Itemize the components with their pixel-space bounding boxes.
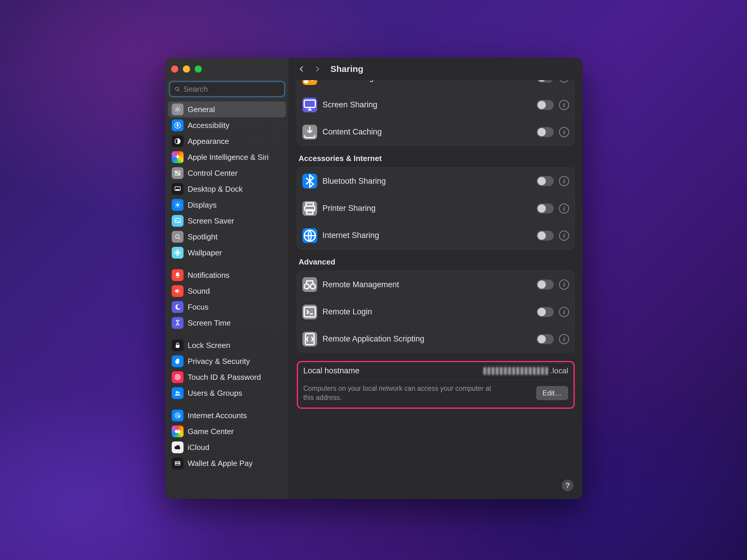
row-remote-management[interactable]: Remote Management i bbox=[297, 271, 574, 298]
row-content-caching[interactable]: Content Caching i bbox=[297, 118, 574, 145]
toggle-remote-management[interactable] bbox=[537, 279, 554, 290]
appearance-icon-badge bbox=[172, 135, 183, 147]
appearance-icon bbox=[174, 138, 181, 145]
sidebar-item-notifications[interactable]: Notifications bbox=[168, 267, 286, 283]
row-label: Printer Sharing bbox=[323, 204, 531, 213]
maximize-button[interactable] bbox=[195, 65, 202, 73]
close-button[interactable] bbox=[171, 65, 178, 73]
sidebar-item-screen-time[interactable]: Screen Time bbox=[168, 315, 286, 331]
sidebar-item-icloud[interactable]: iCloud bbox=[168, 439, 286, 455]
info-button[interactable]: i bbox=[559, 127, 569, 137]
chevron-right-icon bbox=[314, 65, 321, 73]
row-label: Internet Sharing bbox=[323, 231, 531, 240]
sidebar-item-screen-saver[interactable]: Screen Saver bbox=[168, 213, 286, 229]
fingerprint-icon bbox=[174, 374, 181, 381]
local-hostname-card: Local hostname .local Computers on your … bbox=[297, 361, 575, 409]
row-label: Remote Login bbox=[323, 307, 531, 316]
search-input[interactable] bbox=[183, 85, 280, 94]
sidebar-item-spotlight[interactable]: Spotlight bbox=[168, 229, 286, 245]
info-button[interactable]: i bbox=[559, 204, 569, 213]
info-button[interactable]: i bbox=[559, 307, 569, 317]
row-label: Remote Management bbox=[323, 280, 531, 289]
main-pane: Sharing Media Sharing i Screen Sharing i… bbox=[289, 58, 583, 499]
sidebar-nav: General Accessibility Appearance Apple I… bbox=[165, 100, 289, 499]
sidebar-item-label: Notifications bbox=[188, 271, 230, 280]
dock-icon bbox=[174, 186, 181, 192]
game-icon bbox=[174, 428, 181, 435]
toggle-remote-scripting[interactable] bbox=[537, 334, 554, 344]
info-button[interactable]: i bbox=[559, 279, 569, 290]
sidebar-item-wallet[interactable]: Wallet & Apple Pay bbox=[168, 455, 286, 471]
info-button[interactable]: i bbox=[559, 334, 569, 344]
bell-icon bbox=[174, 272, 181, 279]
moon-icon-badge bbox=[172, 301, 183, 313]
row-printer-sharing[interactable]: Printer Sharing i bbox=[297, 195, 574, 222]
search-icon-badge bbox=[172, 231, 183, 243]
toggle-screen-sharing[interactable] bbox=[537, 100, 554, 110]
sidebar-item-users-groups[interactable]: Users & Groups bbox=[168, 385, 286, 401]
bell-icon-badge bbox=[172, 269, 183, 281]
sidebar-item-displays[interactable]: Displays bbox=[168, 197, 286, 213]
info-button[interactable]: i bbox=[559, 231, 569, 241]
music-icon-badge bbox=[302, 80, 317, 85]
back-button[interactable] bbox=[297, 64, 306, 74]
sidebar-item-privacy-security[interactable]: Privacy & Security bbox=[168, 353, 286, 369]
forward-button[interactable] bbox=[313, 64, 322, 74]
sidebar-item-label: Accessibility bbox=[188, 121, 230, 130]
sidebar-item-general[interactable]: General bbox=[168, 102, 286, 117]
sidebar-item-control-center[interactable]: Control Center bbox=[168, 165, 286, 181]
row-bluetooth-sharing[interactable]: Bluetooth Sharing i bbox=[297, 167, 574, 195]
row-internet-sharing[interactable]: Internet Sharing i bbox=[297, 222, 574, 249]
sidebar-item-sound[interactable]: Sound bbox=[168, 283, 286, 299]
sidebar-item-internet-accounts[interactable]: Internet Accounts bbox=[168, 407, 286, 424]
sidebar-item-label: Sound bbox=[188, 287, 210, 296]
sidebar-item-lock-screen[interactable]: Lock Screen bbox=[168, 337, 286, 353]
screensaver-icon bbox=[174, 217, 181, 224]
toggle-internet-sharing[interactable] bbox=[537, 231, 554, 241]
sidebar-item-apple-intelligence[interactable]: Apple Intelligence & Siri bbox=[168, 149, 286, 165]
row-label: Content Caching bbox=[323, 127, 531, 136]
switches-icon bbox=[174, 169, 181, 177]
chevron-left-icon bbox=[298, 65, 305, 73]
sidebar-item-desktop-dock[interactable]: Desktop & Dock bbox=[168, 181, 286, 197]
display-icon bbox=[302, 98, 317, 112]
lock-icon-badge bbox=[172, 340, 183, 351]
sidebar-item-focus[interactable]: Focus bbox=[168, 299, 286, 315]
cloud-icon bbox=[174, 444, 181, 451]
help-button[interactable]: ? bbox=[562, 480, 573, 491]
download-icon bbox=[302, 125, 317, 139]
sidebar-item-label: Apple Intelligence & Siri bbox=[188, 153, 269, 162]
sidebar-item-label: General bbox=[188, 105, 215, 114]
row-remote-login[interactable]: Remote Login i bbox=[297, 298, 574, 325]
row-remote-scripting[interactable]: Remote Application Scripting i bbox=[297, 325, 574, 352]
row-screen-sharing[interactable]: Screen Sharing i bbox=[297, 91, 574, 118]
toolbar: Sharing bbox=[289, 58, 583, 80]
hostname-redacted bbox=[484, 367, 548, 375]
minimize-button[interactable] bbox=[183, 65, 190, 73]
info-button[interactable]: i bbox=[559, 176, 569, 186]
content-scroll[interactable]: Media Sharing i Screen Sharing i Content… bbox=[289, 80, 583, 499]
sidebar-item-game-center[interactable]: Game Center bbox=[168, 424, 286, 439]
info-button[interactable]: i bbox=[559, 100, 569, 110]
toggle-bluetooth-sharing[interactable] bbox=[537, 176, 554, 186]
row-media-sharing[interactable]: Media Sharing i bbox=[297, 80, 574, 91]
sidebar-item-wallpaper[interactable]: Wallpaper bbox=[168, 245, 286, 261]
toggle-media-sharing[interactable] bbox=[537, 80, 554, 83]
sidebar-item-appearance[interactable]: Appearance bbox=[168, 133, 286, 149]
at-icon-badge bbox=[172, 409, 183, 421]
section-title: Advanced bbox=[299, 258, 573, 267]
sidebar-item-label: Game Center bbox=[188, 427, 234, 436]
search-icon bbox=[174, 233, 181, 240]
sidebar-item-touch-id[interactable]: Touch ID & Password bbox=[168, 369, 286, 385]
toggle-content-caching[interactable] bbox=[537, 127, 554, 137]
search-field[interactable] bbox=[169, 81, 285, 97]
printer-icon-badge bbox=[302, 201, 317, 216]
sidebar-item-accessibility[interactable]: Accessibility bbox=[168, 117, 286, 133]
edit-hostname-button[interactable]: Edit… bbox=[536, 386, 568, 400]
hand-icon-badge bbox=[172, 355, 183, 367]
toggle-printer-sharing[interactable] bbox=[537, 204, 554, 213]
sidebar-item-label: Screen Time bbox=[188, 319, 231, 328]
toggle-remote-login[interactable] bbox=[537, 307, 554, 317]
row-label: Bluetooth Sharing bbox=[323, 177, 531, 186]
info-button[interactable]: i bbox=[559, 80, 569, 83]
